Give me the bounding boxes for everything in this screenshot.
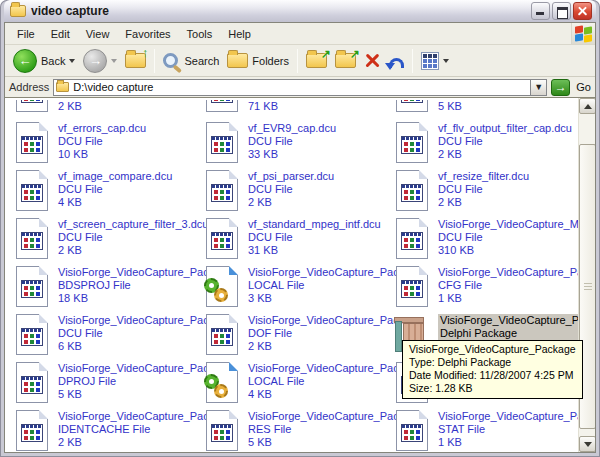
file-size: 1 KB xyxy=(438,436,595,449)
copy-to-button[interactable]: ↗ xyxy=(331,51,360,70)
file-name: VisioForge_VideoCapture_Pac... xyxy=(248,410,408,423)
file-item[interactable]: VisioForge_VideoCapture_Pac...LOCAL File… xyxy=(204,359,394,407)
folder-icon xyxy=(10,5,26,17)
tooltip-size: Size: 1.28 KB xyxy=(409,382,576,395)
toolbar-separator xyxy=(412,49,413,73)
menu-item-edit[interactable]: Edit xyxy=(43,25,78,43)
minimize-button[interactable] xyxy=(531,2,550,20)
file-item-partial[interactable]: 2 KB xyxy=(14,98,204,119)
file-type: DCU File xyxy=(438,183,529,196)
file-size: 2 KB xyxy=(438,148,572,161)
file-item[interactable]: VisioForge_VideoCapture_Pac...DOF File2 … xyxy=(204,311,394,359)
file-size: 31 KB xyxy=(248,244,381,257)
file-type: STAT File xyxy=(438,423,595,436)
file-item[interactable]: vf_screen_capture_filter_3.dcuDCU File2 … xyxy=(14,215,204,263)
file-type: DCU File xyxy=(58,231,208,244)
file-icon-doc xyxy=(204,169,242,213)
file-icon-doc xyxy=(204,409,242,452)
file-name: VisioForge_VideoCapture_Pac... xyxy=(438,266,595,279)
menu-item-view[interactable]: View xyxy=(78,25,118,43)
scroll-up-button[interactable] xyxy=(579,98,595,114)
forward-button[interactable]: → xyxy=(79,47,121,75)
toolbar: ← Back → ↑ Search xyxy=(5,45,595,77)
file-item[interactable]: vf_flv_output_filter_cap.dcuDCU File2 KB xyxy=(394,119,575,167)
file-item[interactable]: VisioForge_VideoCapture_Pac...DCU File6 … xyxy=(14,311,204,359)
file-name: VisioForge_VideoCapture_Pac... xyxy=(440,314,595,327)
file-item[interactable]: vf_psi_parser.dcuDCU File2 KB xyxy=(204,167,394,215)
file-size: 5 KB xyxy=(438,100,462,113)
scroll-down-button[interactable] xyxy=(579,436,595,452)
file-icon-doc xyxy=(394,409,432,452)
file-type: DCU File xyxy=(438,135,572,148)
file-item[interactable]: VisioForge_VideoCapture_Pac...LOCAL File… xyxy=(204,263,394,311)
address-bar: Address D:\video capture ▼ → Go xyxy=(5,77,595,98)
file-size: 2 KB xyxy=(58,436,218,449)
file-size: 6 KB xyxy=(58,340,218,353)
file-name: VisioForge_VideoCapture_Pac... xyxy=(58,410,218,423)
file-icon-doc xyxy=(14,265,52,309)
maximize-button[interactable] xyxy=(552,2,571,20)
search-label: Search xyxy=(184,55,219,67)
address-input[interactable]: D:\video capture ▼ xyxy=(53,79,547,96)
file-icon-doc xyxy=(394,121,432,165)
file-item[interactable]: VisioForge_VideoCapture_Mai...DCU File31… xyxy=(394,215,575,263)
file-tooltip: VisioForge_VideoCapture_Package Type: De… xyxy=(402,340,583,399)
file-name: vf_flv_output_filter_cap.dcu xyxy=(438,122,572,135)
file-item[interactable]: vf_image_compare.dcuDCU File4 KB xyxy=(14,167,204,215)
address-value: D:\video capture xyxy=(73,81,530,93)
back-button[interactable]: ← Back xyxy=(9,47,79,75)
toolbar-separator xyxy=(154,49,155,73)
file-item[interactable]: vf_errors_cap.dcuDCU File10 KB xyxy=(14,119,204,167)
move-to-button[interactable]: ↗ xyxy=(302,51,331,70)
delete-button[interactable] xyxy=(360,50,385,71)
tooltip-title: VisioForge_VideoCapture_Package xyxy=(409,343,576,356)
copy-to-icon: ↗ xyxy=(335,53,356,68)
tooltip-type: Type: Delphi Package xyxy=(409,356,576,369)
address-dropdown-button[interactable]: ▼ xyxy=(530,80,546,95)
menu-item-file[interactable]: File xyxy=(9,25,43,43)
menu-item-tools[interactable]: Tools xyxy=(179,25,221,43)
client-area: FileEditViewFavoritesToolsHelp ← Back → … xyxy=(4,22,596,453)
file-name: vf_EVR9_cap.dcu xyxy=(248,122,336,135)
file-icon-doc xyxy=(14,217,52,261)
file-size: 2 KB xyxy=(58,100,82,113)
file-type: Delphi Package xyxy=(440,327,595,340)
file-item-partial[interactable]: 5 KB xyxy=(394,98,575,119)
undo-button[interactable] xyxy=(385,52,408,70)
file-item[interactable]: VisioForge_VideoCapture_Pac...RES File5 … xyxy=(204,407,394,452)
tooltip-date: Date Modified: 11/28/2007 4:25 PM xyxy=(409,369,576,382)
menu-item-help[interactable]: Help xyxy=(220,25,259,43)
up-button[interactable]: ↑ xyxy=(121,51,150,70)
up-folder-icon: ↑ xyxy=(125,53,146,68)
file-type: DCU File xyxy=(58,327,218,340)
chevron-up-icon xyxy=(584,100,592,109)
file-icon-doc xyxy=(394,265,432,309)
file-item[interactable]: VisioForge_VideoCapture_Pac...DPROJ File… xyxy=(14,359,204,407)
file-name: VisioForge_VideoCapture_Mai... xyxy=(438,218,595,231)
title-bar[interactable]: video capture xyxy=(4,0,596,22)
file-item[interactable]: VisioForge_VideoCapture_Pac...CFG File1 … xyxy=(394,263,575,311)
file-size: 2 KB xyxy=(248,340,408,353)
go-label: Go xyxy=(576,81,591,93)
file-type: DCU File xyxy=(248,135,336,148)
file-type: DOF File xyxy=(248,327,408,340)
file-item[interactable]: vf_resize_filter.dcuDCU File2 KB xyxy=(394,167,575,215)
file-size: 18 KB xyxy=(58,292,218,305)
file-type: DCU File xyxy=(58,183,172,196)
file-item[interactable]: VisioForge_VideoCapture_Pac...IDENTCACHE… xyxy=(14,407,204,452)
menu-item-favorites[interactable]: Favorites xyxy=(117,25,178,43)
file-size: 1 KB xyxy=(438,292,595,305)
folders-button[interactable]: Folders xyxy=(223,51,293,70)
file-size: 10 KB xyxy=(58,148,146,161)
file-size: 5 KB xyxy=(248,436,408,449)
go-button[interactable]: → xyxy=(551,79,570,96)
file-item[interactable]: VisioForge_VideoCapture_Pac...BDSPROJ Fi… xyxy=(14,263,204,311)
views-button[interactable] xyxy=(417,50,453,72)
back-icon: ← xyxy=(13,49,37,73)
file-item[interactable]: vf_standard_mpeg_intf.dcuDCU File31 KB xyxy=(204,215,394,263)
file-item[interactable]: VisioForge_VideoCapture_Pac...STAT File1… xyxy=(394,407,575,452)
close-button[interactable] xyxy=(573,2,592,20)
file-item[interactable]: vf_EVR9_cap.dcuDCU File33 KB xyxy=(204,119,394,167)
search-button[interactable]: Search xyxy=(159,51,223,70)
file-item-partial[interactable]: 71 KB xyxy=(204,98,394,119)
